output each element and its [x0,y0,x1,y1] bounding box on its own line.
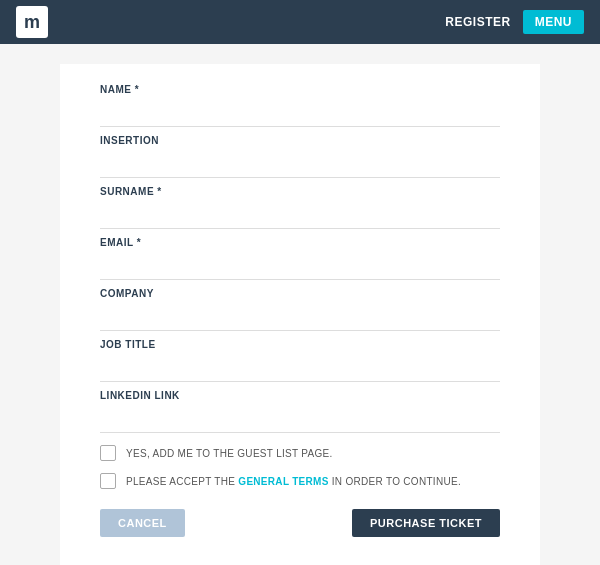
name-field-group: NAME * [100,84,500,127]
guest-list-row: YES, ADD ME TO THE GUEST LIST PAGE. [100,445,500,461]
name-input[interactable] [100,99,500,127]
main-content: NAME * INSERTION SURNAME * EMAIL * COMPA… [0,44,600,565]
email-label: EMAIL * [100,237,500,248]
linkedin-input[interactable] [100,405,500,433]
surname-label: SURNAME * [100,186,500,197]
form-buttons: CANCEL PURCHASE TICKET [100,509,500,537]
terms-label: PLEASE ACCEPT THE GENERAL TERMS IN ORDER… [126,476,461,487]
insertion-field-group: INSERTION [100,135,500,178]
terms-row: PLEASE ACCEPT THE GENERAL TERMS IN ORDER… [100,473,500,489]
general-terms-link[interactable]: GENERAL TERMS [238,476,328,487]
job-title-input[interactable] [100,354,500,382]
surname-field-group: SURNAME * [100,186,500,229]
guest-list-checkbox[interactable] [100,445,116,461]
email-input[interactable] [100,252,500,280]
linkedin-field-group: LINKEDIN LINK [100,390,500,433]
menu-button[interactable]: MENU [523,10,584,34]
company-field-group: COMPANY [100,288,500,331]
surname-input[interactable] [100,201,500,229]
company-label: COMPANY [100,288,500,299]
insertion-input[interactable] [100,150,500,178]
linkedin-label: LINKEDIN LINK [100,390,500,401]
terms-checkbox[interactable] [100,473,116,489]
logo: m [16,6,48,38]
registration-form: NAME * INSERTION SURNAME * EMAIL * COMPA… [60,64,540,565]
register-link[interactable]: REGISTER [445,15,510,29]
purchase-button[interactable]: PURCHASE TICKET [352,509,500,537]
email-field-group: EMAIL * [100,237,500,280]
job-title-field-group: JOB TITLE [100,339,500,382]
cancel-button[interactable]: CANCEL [100,509,185,537]
header: m REGISTER MENU [0,0,600,44]
company-input[interactable] [100,303,500,331]
insertion-label: INSERTION [100,135,500,146]
guest-list-label: YES, ADD ME TO THE GUEST LIST PAGE. [126,448,333,459]
header-nav: REGISTER MENU [445,10,584,34]
job-title-label: JOB TITLE [100,339,500,350]
name-label: NAME * [100,84,500,95]
